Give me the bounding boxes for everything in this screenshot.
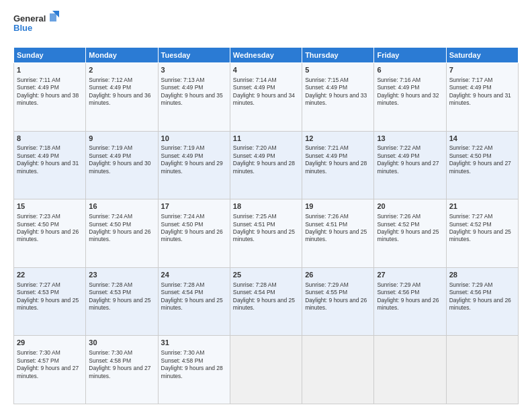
daylight-text: Daylight: 9 hours and 38 minutes. [17,92,79,106]
sunrise-text: Sunrise: 7:29 AM [305,281,349,288]
day-number: 4 [233,65,299,75]
svg-marker-2 [50,13,56,21]
sunset-text: Sunset: 4:49 PM [305,152,347,159]
weekday-sunday: Sunday [14,48,86,63]
day-number: 14 [449,134,515,144]
day-number: 2 [89,65,154,75]
calendar-cell: 12Sunrise: 7:21 AMSunset: 4:49 PMDayligh… [302,131,374,199]
sunrise-text: Sunrise: 7:27 AM [17,281,60,288]
calendar-cell: 30Sunrise: 7:30 AMSunset: 4:58 PMDayligh… [86,336,158,404]
calendar-week-row: 8Sunrise: 7:18 AMSunset: 4:49 PMDaylight… [14,131,519,199]
calendar-cell: 1Sunrise: 7:11 AMSunset: 4:49 PMDaylight… [14,63,86,132]
daylight-text: Daylight: 9 hours and 32 minutes. [377,92,439,106]
sunset-text: Sunset: 4:49 PM [377,152,419,159]
sunrise-text: Sunrise: 7:13 AM [161,77,205,83]
daylight-text: Daylight: 9 hours and 26 minutes. [449,297,511,311]
logo: General Blue [13,11,60,40]
calendar-cell: 8Sunrise: 7:18 AMSunset: 4:49 PMDaylight… [14,131,86,199]
day-number: 16 [89,201,154,212]
calendar-week-row: 22Sunrise: 7:27 AMSunset: 4:53 PMDayligh… [14,267,519,336]
calendar-cell: 15Sunrise: 7:23 AMSunset: 4:50 PMDayligh… [14,199,86,268]
sunset-text: Sunset: 4:49 PM [377,84,419,91]
day-number: 24 [161,270,227,280]
sunset-text: Sunset: 4:54 PM [161,289,204,295]
calendar-cell [230,336,302,404]
sunset-text: Sunset: 4:57 PM [17,357,59,364]
day-number: 7 [449,65,515,75]
daylight-text: Daylight: 9 hours and 27 minutes. [89,365,150,379]
calendar-week-row: 29Sunrise: 7:30 AMSunset: 4:57 PMDayligh… [14,336,519,404]
sunrise-text: Sunrise: 7:29 AM [449,281,493,288]
sunrise-text: Sunrise: 7:25 AM [233,213,277,220]
day-number: 20 [377,201,443,212]
day-number: 6 [377,65,443,75]
day-number: 30 [89,338,154,348]
sunrise-text: Sunrise: 7:26 AM [377,213,420,220]
day-number: 13 [377,134,443,144]
calendar-cell: 14Sunrise: 7:22 AMSunset: 4:50 PMDayligh… [446,131,518,199]
day-number: 26 [305,270,371,280]
day-number: 21 [449,201,515,212]
sunset-text: Sunset: 4:49 PM [17,152,59,159]
sunset-text: Sunset: 4:51 PM [305,221,347,228]
calendar-cell: 9Sunrise: 7:19 AMSunset: 4:49 PMDaylight… [86,131,158,199]
sunset-text: Sunset: 4:49 PM [89,152,131,159]
calendar-cell: 16Sunrise: 7:24 AMSunset: 4:50 PMDayligh… [86,199,158,268]
daylight-text: Daylight: 9 hours and 25 minutes. [305,228,367,242]
sunset-text: Sunset: 4:52 PM [449,221,492,228]
day-number: 23 [89,270,154,280]
daylight-text: Daylight: 9 hours and 28 minutes. [305,160,367,174]
generalblue-logo: General Blue [13,11,60,40]
calendar-cell: 6Sunrise: 7:16 AMSunset: 4:49 PMDaylight… [374,63,446,132]
sunrise-text: Sunrise: 7:20 AM [233,144,277,151]
daylight-text: Daylight: 9 hours and 36 minutes. [89,92,150,106]
calendar-cell: 4Sunrise: 7:14 AMSunset: 4:49 PMDaylight… [230,63,302,132]
calendar-cell: 27Sunrise: 7:29 AMSunset: 4:56 PMDayligh… [374,267,446,336]
calendar-cell: 23Sunrise: 7:28 AMSunset: 4:53 PMDayligh… [86,267,158,336]
daylight-text: Daylight: 9 hours and 27 minutes. [17,365,79,379]
daylight-text: Daylight: 9 hours and 31 minutes. [17,160,79,174]
sunrise-text: Sunrise: 7:16 AM [377,77,420,83]
sunrise-text: Sunrise: 7:22 AM [449,144,493,151]
svg-text:Blue: Blue [13,23,32,33]
calendar-cell: 5Sunrise: 7:15 AMSunset: 4:49 PMDaylight… [302,63,374,132]
sunset-text: Sunset: 4:49 PM [233,84,275,91]
sunrise-text: Sunrise: 7:30 AM [17,349,60,356]
sunset-text: Sunset: 4:49 PM [89,84,131,91]
sunrise-text: Sunrise: 7:23 AM [17,213,60,220]
daylight-text: Daylight: 9 hours and 25 minutes. [233,228,295,242]
weekday-monday: Monday [86,48,158,63]
day-number: 12 [305,134,371,144]
daylight-text: Daylight: 9 hours and 30 minutes. [89,160,150,174]
calendar-cell: 7Sunrise: 7:17 AMSunset: 4:49 PMDaylight… [446,63,518,132]
sunrise-text: Sunrise: 7:14 AM [233,77,277,83]
sunrise-text: Sunrise: 7:28 AM [233,281,277,288]
sunrise-text: Sunrise: 7:30 AM [161,349,205,356]
daylight-text: Daylight: 9 hours and 26 minutes. [377,297,439,311]
sunset-text: Sunset: 4:58 PM [161,357,204,364]
weekday-saturday: Saturday [446,48,518,63]
sunset-text: Sunset: 4:49 PM [233,152,275,159]
day-number: 11 [233,134,299,144]
sunset-text: Sunset: 4:56 PM [449,289,492,295]
sunrise-text: Sunrise: 7:19 AM [161,144,205,151]
daylight-text: Daylight: 9 hours and 34 minutes. [233,92,295,106]
calendar-table: SundayMondayTuesdayWednesdayThursdayFrid… [13,47,519,404]
sunrise-text: Sunrise: 7:28 AM [89,281,132,288]
svg-text:General: General [13,13,46,24]
day-number: 27 [377,270,443,280]
calendar-cell: 10Sunrise: 7:19 AMSunset: 4:49 PMDayligh… [158,131,230,199]
sunset-text: Sunset: 4:58 PM [89,357,131,364]
sunset-text: Sunset: 4:49 PM [161,84,204,91]
daylight-text: Daylight: 9 hours and 26 minutes. [89,228,150,242]
weekday-header-row: SundayMondayTuesdayWednesdayThursdayFrid… [14,48,519,63]
sunrise-text: Sunrise: 7:11 AM [17,77,60,83]
calendar-cell: 29Sunrise: 7:30 AMSunset: 4:57 PMDayligh… [14,336,86,404]
sunrise-text: Sunrise: 7:24 AM [89,213,132,220]
calendar-cell: 25Sunrise: 7:28 AMSunset: 4:54 PMDayligh… [230,267,302,336]
weekday-wednesday: Wednesday [230,48,302,63]
sunset-text: Sunset: 4:52 PM [377,221,419,228]
day-number: 25 [233,270,299,280]
daylight-text: Daylight: 9 hours and 25 minutes. [89,297,150,311]
calendar-cell: 17Sunrise: 7:24 AMSunset: 4:50 PMDayligh… [158,199,230,268]
